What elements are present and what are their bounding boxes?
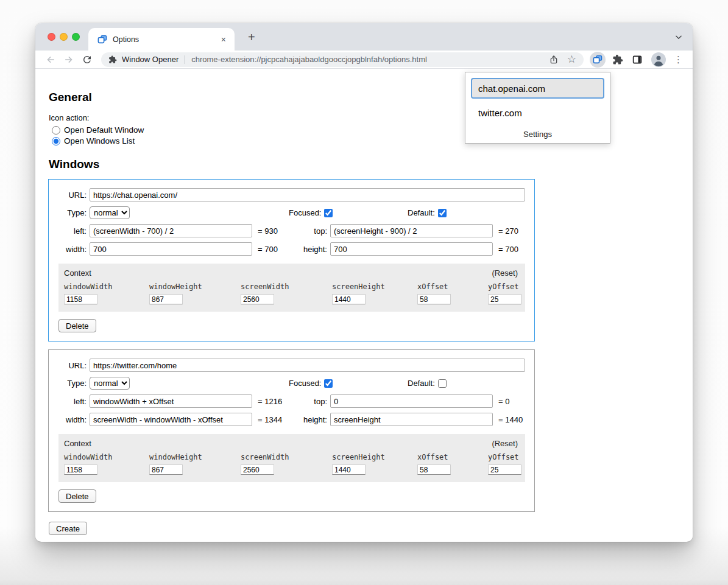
tab-title: Options <box>113 35 220 44</box>
popup-settings-link[interactable]: Settings <box>520 129 556 139</box>
left-label: left: <box>49 397 90 406</box>
url-row: URL: <box>49 188 525 201</box>
tab-strip: Options × + <box>35 23 693 51</box>
context-field: xOffset <box>417 282 488 304</box>
context-value-input[interactable] <box>241 294 274 304</box>
context-field: screenHeight <box>332 282 417 304</box>
new-tab-button[interactable]: + <box>244 30 259 44</box>
share-icon[interactable] <box>549 55 559 65</box>
context-value-input[interactable] <box>64 294 97 304</box>
context-value-input[interactable] <box>332 294 366 304</box>
context-value-input[interactable] <box>417 464 451 475</box>
left-top-row: left: = 1216 top: = 0 <box>49 394 525 408</box>
default-group: Default: <box>408 379 447 388</box>
left-expr-input[interactable] <box>90 394 252 408</box>
default-checkbox[interactable] <box>438 379 447 388</box>
width-expr-input[interactable] <box>90 242 252 256</box>
context-field: screenWidth <box>241 453 332 475</box>
back-icon[interactable] <box>45 54 56 65</box>
default-group: Default: <box>408 208 447 217</box>
tab-search-chevron-icon[interactable] <box>674 33 683 41</box>
close-window-button[interactable] <box>48 33 55 41</box>
context-value-input[interactable] <box>149 294 183 304</box>
delete-button[interactable]: Delete <box>58 319 96 332</box>
open-windows-list-radio[interactable] <box>52 137 60 145</box>
default-label: Default: <box>408 379 435 388</box>
open-default-window-radio[interactable] <box>52 126 60 135</box>
window-config-1: URL: Type: normal Focused: Default: left… <box>48 179 535 342</box>
top-expr-input[interactable] <box>330 394 493 408</box>
windows-heading: Windows <box>49 158 693 171</box>
focused-checkbox[interactable] <box>324 379 333 388</box>
focused-group: Focused: <box>289 379 333 388</box>
context-reset-link[interactable]: (Reset) <box>492 268 518 278</box>
height-result: = 1440 <box>498 415 541 424</box>
context-value-input[interactable] <box>64 464 97 475</box>
height-result: = 700 <box>498 245 541 254</box>
reload-icon[interactable] <box>82 54 93 65</box>
url-input[interactable] <box>90 188 525 201</box>
context-field: xOffset <box>417 453 488 475</box>
top-label: top: <box>300 397 330 406</box>
width-result: = 1344 <box>258 415 300 424</box>
create-button[interactable]: Create <box>49 522 87 535</box>
type-label: Type: <box>49 379 90 388</box>
top-result: = 270 <box>498 226 541 236</box>
context-panel: Context (Reset) windowWidth windowHeight… <box>58 264 525 312</box>
extension-name-label: Window Opener <box>122 55 178 64</box>
address-separator <box>185 55 185 64</box>
window-opener-extension-button[interactable] <box>590 52 606 68</box>
context-value-input[interactable] <box>332 464 366 475</box>
url-label: URL: <box>49 361 90 370</box>
bookmark-star-icon[interactable]: ☆ <box>567 54 576 65</box>
side-panel-icon[interactable] <box>632 54 643 65</box>
width-expr-input[interactable] <box>90 413 252 426</box>
browser-toolbar: Window Opener chrome-extension://pjcpcah… <box>35 51 693 69</box>
type-select[interactable]: normal <box>90 206 130 219</box>
extensions-puzzle-icon[interactable] <box>612 54 623 65</box>
url-input[interactable] <box>90 359 525 372</box>
top-label: top: <box>300 226 330 236</box>
height-expr-input[interactable] <box>330 413 493 426</box>
context-field: yOffset <box>488 453 521 475</box>
height-label: height: <box>300 245 330 254</box>
focused-checkbox[interactable] <box>324 209 333 217</box>
context-value-input[interactable] <box>149 464 183 475</box>
address-bar[interactable]: Window Opener chrome-extension://pjcpcah… <box>101 52 584 67</box>
context-reset-link[interactable]: (Reset) <box>492 439 518 448</box>
context-value-input[interactable] <box>241 464 274 475</box>
width-result: = 700 <box>258 245 300 254</box>
extension-puzzle-icon <box>108 55 117 64</box>
popup-item-chat-openai[interactable]: chat.openai.com <box>471 78 604 99</box>
browser-menu-icon[interactable]: ⋮ <box>674 55 683 64</box>
default-checkbox[interactable] <box>438 209 447 217</box>
type-select[interactable]: normal <box>90 377 130 390</box>
context-field: yOffset <box>488 282 521 304</box>
context-field: windowHeight <box>149 282 241 304</box>
top-expr-input[interactable] <box>330 224 493 237</box>
context-panel: Context (Reset) windowWidth windowHeight… <box>58 434 525 482</box>
context-value-input[interactable] <box>488 464 521 475</box>
width-label: width: <box>49 245 90 254</box>
url-text[interactable]: chrome-extension://pjcpcahajajabaoldgooc… <box>191 55 543 64</box>
tab-options[interactable]: Options × <box>88 28 235 51</box>
popup-item-twitter[interactable]: twitter.com <box>471 105 604 121</box>
delete-button[interactable]: Delete <box>58 489 96 503</box>
left-expr-input[interactable] <box>90 224 252 237</box>
windows-icon <box>97 35 107 44</box>
context-field: windowHeight <box>149 453 241 475</box>
height-expr-input[interactable] <box>330 242 493 256</box>
tab-close-icon[interactable]: × <box>220 34 227 45</box>
forward-icon[interactable] <box>63 54 74 65</box>
profile-avatar[interactable] <box>651 52 666 67</box>
url-label: URL: <box>49 191 90 200</box>
context-value-input[interactable] <box>417 294 451 304</box>
context-field: screenWidth <box>241 282 332 304</box>
left-top-row: left: = 930 top: = 270 <box>49 224 525 237</box>
height-label: height: <box>300 415 330 424</box>
url-row: URL: <box>49 359 525 372</box>
maximize-window-button[interactable] <box>72 33 80 41</box>
context-field: screenHeight <box>332 453 417 475</box>
context-value-input[interactable] <box>488 294 521 304</box>
minimize-window-button[interactable] <box>60 33 68 41</box>
